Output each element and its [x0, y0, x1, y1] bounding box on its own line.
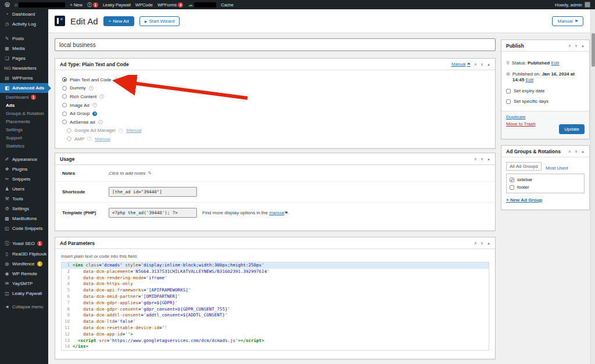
siteground-menu[interactable] [188, 2, 216, 8]
site-name-link[interactable] [15, 2, 65, 8]
submenu-item[interactable]: Groups & Rotation [0, 109, 48, 117]
move-up-icon[interactable] [568, 44, 571, 48]
submenu-item[interactable]: Ads [0, 101, 48, 109]
ad-group-checkbox[interactable] [510, 178, 514, 182]
shortcode-input[interactable] [109, 187, 197, 197]
sidebar-item[interactable]: ◍ Wordfence 1 [0, 259, 48, 269]
submenu-item[interactable]: Settings [0, 125, 48, 134]
radio-button[interactable] [62, 77, 67, 82]
sidebar-item[interactable]: ◱ Code Snippets [0, 224, 48, 233]
expiry-checkbox[interactable] [506, 89, 511, 93]
ad-parameters-header[interactable]: Ad Parameters [55, 237, 495, 249]
new-ad-group-link[interactable]: + New Ad Group [506, 197, 542, 203]
new-content-menu[interactable]: + New [70, 2, 82, 8]
sidebar-item[interactable]: ✐ Appearance [0, 154, 48, 164]
move-to-trash-link[interactable]: Move to Trash [506, 121, 536, 127]
sidebar-item[interactable]: ◔ Dashboard [0, 9, 48, 19]
help-icon[interactable] [87, 136, 92, 141]
submenu-item[interactable]: Dashboard 1 [0, 93, 48, 101]
account-menu[interactable]: Howdy, admin [555, 2, 590, 8]
add-notes-button[interactable]: Click to add notes [109, 171, 152, 176]
sidebar-item[interactable]: ▩ MaxButtons [0, 214, 48, 224]
sidebar-item[interactable]: NG Newsletters [0, 63, 48, 73]
move-down-icon[interactable] [481, 241, 483, 246]
sidebar-item[interactable]: ✂ Snippets [0, 174, 48, 184]
move-down-icon[interactable] [481, 157, 483, 161]
ad-type-option[interactable]: Dummy [62, 84, 488, 93]
toggle-panel-icon[interactable] [487, 241, 490, 245]
radio-button[interactable] [62, 86, 67, 91]
sidebar-item[interactable]: ▯ Real3D Flipbook [0, 249, 48, 259]
sidebar-item[interactable]: ♟ Users [0, 184, 48, 194]
move-down-icon[interactable] [575, 149, 578, 154]
sidebar-item[interactable]: ▦ Media [0, 44, 48, 53]
ad-group-row[interactable]: footer [510, 183, 581, 191]
toggle-panel-icon[interactable] [487, 62, 490, 66]
move-up-icon[interactable] [474, 241, 477, 246]
sidebar-item[interactable]: ❖ Plugins [0, 164, 48, 174]
ad-group-row[interactable]: sidebar [510, 176, 581, 183]
toggle-panel-icon[interactable] [581, 44, 585, 48]
help-icon[interactable] [99, 94, 104, 99]
radio-button[interactable] [62, 94, 67, 99]
submenu-item[interactable]: Placements [0, 117, 48, 125]
leaky-paywall-menu[interactable]: Leaky Paywall [103, 2, 131, 8]
tab-all-ad-groups[interactable]: All Ad Groups [506, 162, 542, 171]
duplicate-link[interactable]: Duplicate [506, 114, 525, 120]
toggle-panel-icon[interactable] [487, 157, 490, 161]
edit-date-link[interactable]: Edit [525, 77, 533, 82]
publish-header[interactable]: Publish [501, 40, 589, 52]
help-icon[interactable] [89, 86, 94, 91]
sidebar-item[interactable]: ◧ Advanced Ads [0, 83, 48, 93]
manual-link[interactable]: Manual [126, 128, 141, 133]
code-editor[interactable]: 1<ins class='dcmads' style='display:inli… [61, 262, 489, 351]
submenu-item[interactable]: Statistics [0, 142, 48, 150]
template-input[interactable] [109, 208, 197, 218]
ad-type-option[interactable]: Google Ad Manager Manual [62, 127, 488, 135]
ad-title-input[interactable] [55, 38, 496, 51]
move-up-icon[interactable] [568, 149, 571, 154]
usage-header[interactable]: Usage [55, 153, 495, 165]
wordpress-menu[interactable] [5, 1, 10, 9]
sidebar-item[interactable]: ✉ YaySMTP [0, 279, 48, 289]
edit-status-link[interactable]: Edit [551, 60, 559, 66]
help-icon[interactable] [92, 111, 97, 116]
help-icon[interactable] [98, 120, 103, 124]
cache-menu[interactable]: Cache [221, 2, 234, 8]
wpforms-menu[interactable]: WPForms4 [157, 2, 183, 8]
sidebar-item[interactable]: ❏ Pages [0, 53, 48, 63]
move-up-icon[interactable] [474, 157, 477, 161]
ad-type-option[interactable]: Ad Group [62, 109, 488, 118]
set-specific-days-row[interactable]: Set specific days [506, 99, 585, 104]
radio-button[interactable] [67, 128, 71, 133]
move-down-icon[interactable] [481, 62, 483, 67]
help-icon[interactable] [114, 77, 119, 82]
sidebar-item[interactable]: Ⓨ Yoast SEO 1 [0, 238, 48, 249]
move-down-icon[interactable] [575, 44, 578, 48]
manual-link[interactable]: Manual [95, 136, 110, 142]
ad-type-option[interactable]: Plain Text and Code [62, 75, 488, 84]
sidebar-item[interactable]: ▤ WPForms [0, 73, 48, 83]
sidebar-item[interactable]: ⚒ Tools [0, 194, 48, 204]
ad-groups-header[interactable]: Ad Groups & Rotations [501, 146, 589, 157]
help-icon[interactable] [119, 128, 123, 133]
radio-button[interactable] [62, 111, 67, 116]
sidebar-item[interactable]: ⚙ Settings [0, 204, 48, 214]
specific-days-checkbox[interactable] [506, 99, 511, 104]
yoast-admin-menu[interactable]: 1 [87, 2, 98, 8]
ad-type-option[interactable]: Rich Content [62, 92, 488, 101]
manual-link[interactable]: manual [269, 210, 284, 215]
radio-button[interactable] [62, 120, 67, 124]
scrollbar-thumb[interactable] [592, 33, 595, 67]
ad-type-option[interactable]: AdSense ad [62, 118, 488, 127]
toggle-panel-icon[interactable] [581, 149, 585, 153]
wpcode-menu[interactable]: WPCode [135, 2, 153, 8]
scrollbar-track[interactable] [590, 9, 595, 364]
sidebar-item[interactable]: ◷ Activity Log [0, 19, 48, 29]
update-button[interactable]: Update [559, 124, 585, 134]
sidebar-item[interactable]: ◉ WP Remote [0, 269, 48, 279]
set-expiry-row[interactable]: Set expiry date [506, 88, 585, 93]
sidebar-item[interactable]: ✎ Posts [0, 34, 48, 44]
ad-type-option[interactable]: AMP Manual [62, 135, 488, 143]
ad-type-option[interactable]: Image Ad [62, 101, 488, 110]
